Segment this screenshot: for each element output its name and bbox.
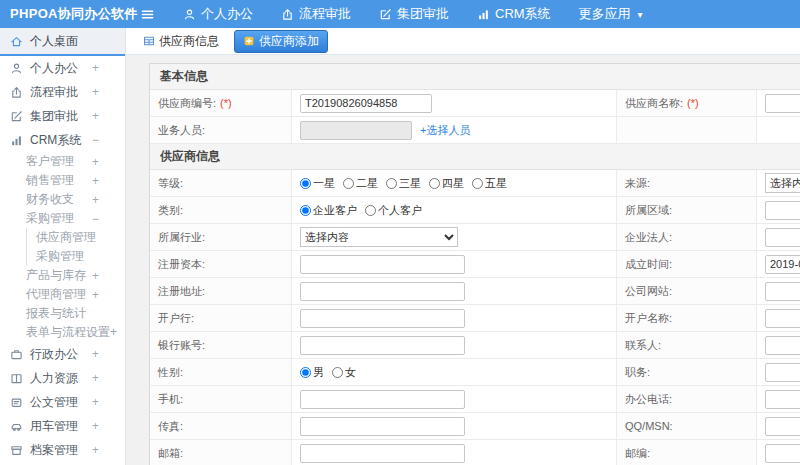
sidebar-item-purchasing[interactable]: 采购管理 bbox=[26, 247, 125, 266]
bank-branch-input[interactable] bbox=[300, 309, 465, 328]
expand-icon[interactable]: + bbox=[92, 347, 99, 361]
level-radio-0[interactable] bbox=[300, 178, 311, 189]
account-name-input[interactable] bbox=[765, 309, 800, 328]
sidebar-item-agent-mgmt[interactable]: 代理商管理+ bbox=[0, 285, 125, 304]
contact-person-input[interactable] bbox=[765, 336, 800, 355]
sidebar-item-label: 表单与流程设置+ bbox=[26, 324, 117, 341]
gender-option-0[interactable]: 男 bbox=[300, 365, 324, 380]
source-select[interactable]: 选择内容 bbox=[765, 173, 800, 193]
radio-label: 三星 bbox=[399, 176, 421, 191]
founded-date-input[interactable] bbox=[765, 255, 800, 274]
nav-item-crm-system[interactable]: CRM系统 bbox=[463, 0, 565, 28]
email-input[interactable] bbox=[300, 444, 465, 463]
business-staff-input[interactable] bbox=[300, 121, 412, 140]
level-option-0[interactable]: 一星 bbox=[300, 176, 335, 191]
qq-msn-input[interactable] bbox=[765, 417, 800, 436]
legal-person-input[interactable] bbox=[765, 228, 800, 247]
sidebar-item-document-mgmt[interactable]: 公文管理+ bbox=[0, 390, 125, 414]
business-staff-picker-link[interactable]: +选择人员 bbox=[420, 123, 470, 138]
sidebar-item-reports-stats[interactable]: 报表与统计 bbox=[0, 304, 125, 323]
bank-account-label: 银行账号: bbox=[158, 338, 205, 353]
nav-item-label: CRM系统 bbox=[495, 5, 551, 23]
form-row: 开户行:开户名称: bbox=[150, 305, 800, 332]
nav-item-more-apps[interactable]: 更多应用▾ bbox=[565, 0, 657, 28]
expand-icon[interactable]: + bbox=[92, 109, 99, 123]
nav-item-process-approval[interactable]: 流程审批 bbox=[267, 0, 365, 28]
sidebar-item-admin-office[interactable]: 行政办公+ bbox=[0, 342, 125, 366]
registered-capital-input[interactable] bbox=[300, 255, 465, 274]
expand-icon[interactable]: + bbox=[92, 155, 99, 169]
expand-icon[interactable]: + bbox=[92, 443, 99, 457]
sidebar-item-process-approval[interactable]: 流程审批+ bbox=[0, 80, 125, 104]
collapse-icon[interactable]: − bbox=[92, 133, 99, 147]
category-radio-0[interactable] bbox=[300, 205, 311, 216]
category-label-cell: 类别: bbox=[150, 197, 292, 223]
industry-select[interactable]: 选择内容 bbox=[300, 227, 458, 247]
collapse-icon[interactable]: − bbox=[92, 212, 99, 226]
sidebar-item-purchase-mgmt[interactable]: 采购管理− bbox=[0, 209, 125, 228]
expand-icon[interactable]: + bbox=[92, 288, 99, 302]
mobile-input[interactable] bbox=[300, 390, 465, 409]
nav-item-personal-office[interactable]: 个人办公 bbox=[169, 0, 267, 28]
supplier-code-input[interactable] bbox=[300, 94, 432, 113]
sidebar-item-label: 财务收支 bbox=[26, 191, 74, 208]
sidebar-item-crm-system[interactable]: CRM系统− bbox=[0, 128, 125, 152]
postcode-input[interactable] bbox=[765, 444, 800, 463]
sidebar-item-group-approval[interactable]: 集团审批+ bbox=[0, 104, 125, 128]
supplier-code-field-cell bbox=[292, 90, 617, 116]
radio-label: 五星 bbox=[485, 176, 507, 191]
empty-label-cell bbox=[617, 117, 757, 143]
level-radio-4[interactable] bbox=[472, 178, 483, 189]
level-option-2[interactable]: 三星 bbox=[386, 176, 421, 191]
sidebar-item-finance-inout[interactable]: 财务收支+ bbox=[0, 190, 125, 209]
level-radio-1[interactable] bbox=[343, 178, 354, 189]
expand-icon[interactable]: + bbox=[92, 371, 99, 385]
source-label: 来源: bbox=[625, 176, 650, 191]
expand-icon[interactable]: + bbox=[92, 395, 99, 409]
sidebar-item-personal-office[interactable]: 个人办公+ bbox=[0, 56, 125, 80]
expand-icon[interactable]: + bbox=[92, 193, 99, 207]
level-option-4[interactable]: 五星 bbox=[472, 176, 507, 191]
category-option-0[interactable]: 企业客户 bbox=[300, 203, 357, 218]
category-option-1[interactable]: 个人客户 bbox=[365, 203, 422, 218]
registered-address-input[interactable] bbox=[300, 282, 465, 301]
category-radio-group: 企业客户个人客户 bbox=[300, 203, 422, 218]
level-option-3[interactable]: 四星 bbox=[429, 176, 464, 191]
sidebar-item-human-resources[interactable]: 人力资源+ bbox=[0, 366, 125, 390]
sidebar-item-archive-mgmt[interactable]: 档案管理+ bbox=[0, 438, 125, 462]
tab-supplier-add[interactable]: 供应商添加 bbox=[234, 30, 328, 53]
sidebar-item-vehicle-mgmt[interactable]: 用车管理+ bbox=[0, 414, 125, 438]
tab-supplier-info[interactable]: 供应商信息 bbox=[134, 30, 228, 53]
gender-radio-0[interactable] bbox=[300, 367, 311, 378]
sidebar-item-label: CRM系统 bbox=[30, 132, 81, 149]
sidebar-item-form-flow-settings[interactable]: 表单与流程设置+ bbox=[0, 323, 125, 342]
level-radio-3[interactable] bbox=[429, 178, 440, 189]
expand-icon[interactable]: + bbox=[92, 61, 99, 75]
sidebar-item-product-inventory[interactable]: 产品与库存+ bbox=[0, 266, 125, 285]
region-input[interactable] bbox=[765, 201, 800, 220]
office-phone-label: 办公电话: bbox=[625, 392, 672, 407]
hamburger-icon[interactable] bbox=[140, 8, 155, 21]
nav-item-group-approval[interactable]: 集团审批 bbox=[365, 0, 463, 28]
expand-icon[interactable]: + bbox=[92, 85, 99, 99]
sidebar-item-sales-mgmt[interactable]: 销售管理+ bbox=[0, 171, 125, 190]
expand-icon[interactable]: + bbox=[92, 174, 99, 188]
fax-input[interactable] bbox=[300, 417, 465, 436]
bank-branch-label-cell: 开户行: bbox=[150, 305, 292, 331]
sidebar-item-customer-mgmt[interactable]: 客户管理+ bbox=[0, 152, 125, 171]
bank-account-input[interactable] bbox=[300, 336, 465, 355]
gender-radio-1[interactable] bbox=[332, 367, 343, 378]
company-website-input[interactable] bbox=[765, 282, 800, 301]
expand-icon[interactable]: + bbox=[92, 269, 99, 283]
expand-icon[interactable]: + bbox=[92, 419, 99, 433]
position-input[interactable] bbox=[765, 363, 800, 382]
gender-option-1[interactable]: 女 bbox=[332, 365, 356, 380]
office-phone-input[interactable] bbox=[765, 390, 800, 409]
level-option-1[interactable]: 二星 bbox=[343, 176, 378, 191]
sidebar-item-supplier-mgmt[interactable]: 供应商管理 bbox=[26, 228, 125, 247]
category-label: 类别: bbox=[158, 203, 183, 218]
level-radio-2[interactable] bbox=[386, 178, 397, 189]
supplier-name-input[interactable] bbox=[765, 94, 800, 113]
sidebar-item-personal-desktop[interactable]: 个人桌面 bbox=[0, 28, 125, 56]
category-radio-1[interactable] bbox=[365, 205, 376, 216]
